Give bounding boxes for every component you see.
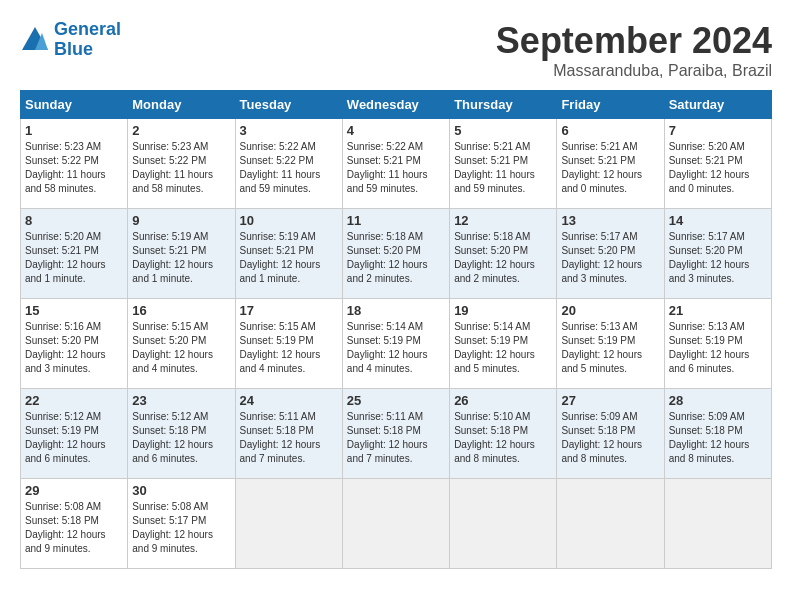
day-info: Sunrise: 5:12 AMSunset: 5:19 PMDaylight:… <box>25 410 123 466</box>
header-cell-wednesday: Wednesday <box>342 91 449 119</box>
day-6: 6Sunrise: 5:21 AMSunset: 5:21 PMDaylight… <box>557 119 664 209</box>
day-info: Sunrise: 5:15 AMSunset: 5:20 PMDaylight:… <box>132 320 230 376</box>
empty-cell <box>557 479 664 569</box>
day-number: 21 <box>669 303 767 318</box>
day-15: 15Sunrise: 5:16 AMSunset: 5:20 PMDayligh… <box>21 299 128 389</box>
logo-text: General Blue <box>54 20 121 60</box>
empty-cell <box>235 479 342 569</box>
day-19: 19Sunrise: 5:14 AMSunset: 5:19 PMDayligh… <box>450 299 557 389</box>
day-number: 4 <box>347 123 445 138</box>
empty-cell <box>342 479 449 569</box>
day-info: Sunrise: 5:23 AMSunset: 5:22 PMDaylight:… <box>25 140 123 196</box>
day-info: Sunrise: 5:14 AMSunset: 5:19 PMDaylight:… <box>454 320 552 376</box>
day-number: 23 <box>132 393 230 408</box>
day-info: Sunrise: 5:20 AMSunset: 5:21 PMDaylight:… <box>669 140 767 196</box>
day-26: 26Sunrise: 5:10 AMSunset: 5:18 PMDayligh… <box>450 389 557 479</box>
day-number: 1 <box>25 123 123 138</box>
day-28: 28Sunrise: 5:09 AMSunset: 5:18 PMDayligh… <box>664 389 771 479</box>
day-info: Sunrise: 5:16 AMSunset: 5:20 PMDaylight:… <box>25 320 123 376</box>
day-info: Sunrise: 5:20 AMSunset: 5:21 PMDaylight:… <box>25 230 123 286</box>
day-11: 11Sunrise: 5:18 AMSunset: 5:20 PMDayligh… <box>342 209 449 299</box>
day-24: 24Sunrise: 5:11 AMSunset: 5:18 PMDayligh… <box>235 389 342 479</box>
day-info: Sunrise: 5:18 AMSunset: 5:20 PMDaylight:… <box>347 230 445 286</box>
day-number: 5 <box>454 123 552 138</box>
day-number: 11 <box>347 213 445 228</box>
day-18: 18Sunrise: 5:14 AMSunset: 5:19 PMDayligh… <box>342 299 449 389</box>
day-number: 16 <box>132 303 230 318</box>
day-8: 8Sunrise: 5:20 AMSunset: 5:21 PMDaylight… <box>21 209 128 299</box>
day-number: 24 <box>240 393 338 408</box>
calendar-week-1: 1Sunrise: 5:23 AMSunset: 5:22 PMDaylight… <box>21 119 772 209</box>
day-23: 23Sunrise: 5:12 AMSunset: 5:18 PMDayligh… <box>128 389 235 479</box>
day-22: 22Sunrise: 5:12 AMSunset: 5:19 PMDayligh… <box>21 389 128 479</box>
header-cell-thursday: Thursday <box>450 91 557 119</box>
day-info: Sunrise: 5:14 AMSunset: 5:19 PMDaylight:… <box>347 320 445 376</box>
day-12: 12Sunrise: 5:18 AMSunset: 5:20 PMDayligh… <box>450 209 557 299</box>
day-info: Sunrise: 5:08 AMSunset: 5:18 PMDaylight:… <box>25 500 123 556</box>
day-info: Sunrise: 5:10 AMSunset: 5:18 PMDaylight:… <box>454 410 552 466</box>
calendar-week-5: 29Sunrise: 5:08 AMSunset: 5:18 PMDayligh… <box>21 479 772 569</box>
day-10: 10Sunrise: 5:19 AMSunset: 5:21 PMDayligh… <box>235 209 342 299</box>
empty-cell <box>450 479 557 569</box>
day-number: 9 <box>132 213 230 228</box>
day-info: Sunrise: 5:09 AMSunset: 5:18 PMDaylight:… <box>669 410 767 466</box>
day-13: 13Sunrise: 5:17 AMSunset: 5:20 PMDayligh… <box>557 209 664 299</box>
header: General Blue September 2024 Massaranduba… <box>20 20 772 80</box>
day-info: Sunrise: 5:18 AMSunset: 5:20 PMDaylight:… <box>454 230 552 286</box>
day-info: Sunrise: 5:11 AMSunset: 5:18 PMDaylight:… <box>347 410 445 466</box>
day-info: Sunrise: 5:12 AMSunset: 5:18 PMDaylight:… <box>132 410 230 466</box>
calendar-week-2: 8Sunrise: 5:20 AMSunset: 5:21 PMDaylight… <box>21 209 772 299</box>
day-info: Sunrise: 5:19 AMSunset: 5:21 PMDaylight:… <box>240 230 338 286</box>
day-number: 27 <box>561 393 659 408</box>
day-number: 6 <box>561 123 659 138</box>
day-2: 2Sunrise: 5:23 AMSunset: 5:22 PMDaylight… <box>128 119 235 209</box>
day-number: 25 <box>347 393 445 408</box>
day-9: 9Sunrise: 5:19 AMSunset: 5:21 PMDaylight… <box>128 209 235 299</box>
header-cell-monday: Monday <box>128 91 235 119</box>
day-number: 15 <box>25 303 123 318</box>
day-info: Sunrise: 5:22 AMSunset: 5:21 PMDaylight:… <box>347 140 445 196</box>
header-cell-friday: Friday <box>557 91 664 119</box>
day-number: 8 <box>25 213 123 228</box>
day-number: 19 <box>454 303 552 318</box>
day-number: 7 <box>669 123 767 138</box>
day-25: 25Sunrise: 5:11 AMSunset: 5:18 PMDayligh… <box>342 389 449 479</box>
day-number: 10 <box>240 213 338 228</box>
day-5: 5Sunrise: 5:21 AMSunset: 5:21 PMDaylight… <box>450 119 557 209</box>
day-number: 30 <box>132 483 230 498</box>
day-number: 2 <box>132 123 230 138</box>
day-info: Sunrise: 5:13 AMSunset: 5:19 PMDaylight:… <box>669 320 767 376</box>
day-info: Sunrise: 5:17 AMSunset: 5:20 PMDaylight:… <box>669 230 767 286</box>
day-29: 29Sunrise: 5:08 AMSunset: 5:18 PMDayligh… <box>21 479 128 569</box>
day-info: Sunrise: 5:22 AMSunset: 5:22 PMDaylight:… <box>240 140 338 196</box>
day-number: 14 <box>669 213 767 228</box>
day-4: 4Sunrise: 5:22 AMSunset: 5:21 PMDaylight… <box>342 119 449 209</box>
header-cell-sunday: Sunday <box>21 91 128 119</box>
day-info: Sunrise: 5:17 AMSunset: 5:20 PMDaylight:… <box>561 230 659 286</box>
calendar-week-3: 15Sunrise: 5:16 AMSunset: 5:20 PMDayligh… <box>21 299 772 389</box>
day-20: 20Sunrise: 5:13 AMSunset: 5:19 PMDayligh… <box>557 299 664 389</box>
day-17: 17Sunrise: 5:15 AMSunset: 5:19 PMDayligh… <box>235 299 342 389</box>
day-number: 22 <box>25 393 123 408</box>
calendar-table: SundayMondayTuesdayWednesdayThursdayFrid… <box>20 90 772 569</box>
day-number: 18 <box>347 303 445 318</box>
month-title: September 2024 <box>496 20 772 62</box>
calendar-week-4: 22Sunrise: 5:12 AMSunset: 5:19 PMDayligh… <box>21 389 772 479</box>
day-1: 1Sunrise: 5:23 AMSunset: 5:22 PMDaylight… <box>21 119 128 209</box>
calendar-body: 1Sunrise: 5:23 AMSunset: 5:22 PMDaylight… <box>21 119 772 569</box>
day-info: Sunrise: 5:21 AMSunset: 5:21 PMDaylight:… <box>454 140 552 196</box>
title-section: September 2024 Massaranduba, Paraiba, Br… <box>496 20 772 80</box>
location-subtitle: Massaranduba, Paraiba, Brazil <box>496 62 772 80</box>
header-row: SundayMondayTuesdayWednesdayThursdayFrid… <box>21 91 772 119</box>
day-info: Sunrise: 5:11 AMSunset: 5:18 PMDaylight:… <box>240 410 338 466</box>
header-cell-tuesday: Tuesday <box>235 91 342 119</box>
day-number: 17 <box>240 303 338 318</box>
day-info: Sunrise: 5:15 AMSunset: 5:19 PMDaylight:… <box>240 320 338 376</box>
empty-cell <box>664 479 771 569</box>
day-number: 20 <box>561 303 659 318</box>
day-number: 3 <box>240 123 338 138</box>
day-number: 13 <box>561 213 659 228</box>
day-info: Sunrise: 5:08 AMSunset: 5:17 PMDaylight:… <box>132 500 230 556</box>
day-3: 3Sunrise: 5:22 AMSunset: 5:22 PMDaylight… <box>235 119 342 209</box>
day-27: 27Sunrise: 5:09 AMSunset: 5:18 PMDayligh… <box>557 389 664 479</box>
